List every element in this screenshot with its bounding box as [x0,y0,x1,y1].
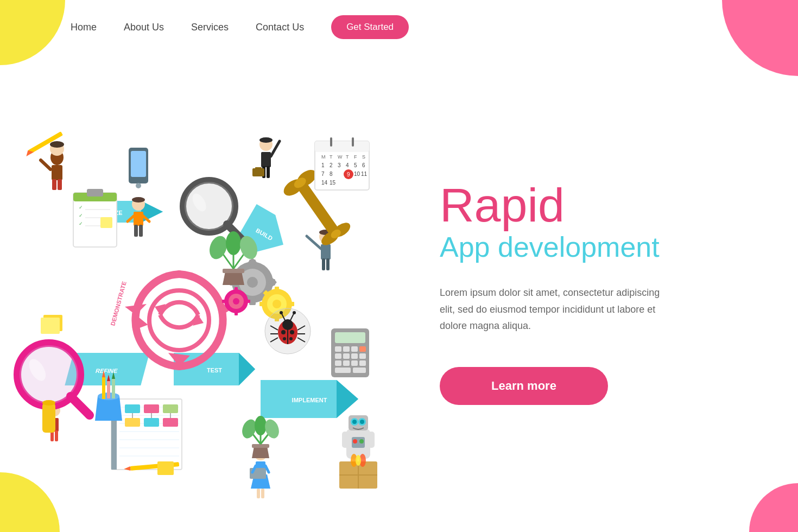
svg-rect-45 [255,167,262,170]
svg-rect-131 [343,353,350,359]
nav-services[interactable]: Services [191,22,229,33]
nav-about[interactable]: About Us [124,22,164,33]
svg-rect-202 [163,404,178,413]
svg-text:T: T [330,154,333,160]
svg-rect-50 [326,258,330,270]
svg-line-71 [71,396,90,415]
svg-rect-134 [335,360,341,366]
svg-text:✓: ✓ [79,213,83,218]
svg-rect-25 [58,179,62,190]
svg-text:8: 8 [330,171,333,177]
svg-text:✓: ✓ [79,205,83,210]
svg-rect-173 [100,217,112,228]
svg-rect-177 [223,269,244,273]
svg-point-113 [289,337,293,340]
navigation: Home About Us Services Contact Us Get St… [0,0,798,54]
svg-rect-87 [275,287,279,293]
svg-rect-89 [259,302,266,306]
svg-point-110 [281,330,286,334]
svg-rect-126 [335,346,341,352]
svg-rect-33 [134,212,143,226]
svg-rect-138 [335,368,351,373]
svg-text:1: 1 [321,162,325,168]
svg-rect-166 [87,189,103,197]
svg-rect-97 [222,300,227,303]
svg-point-176 [136,183,141,188]
svg-rect-203 [125,418,140,427]
svg-text:F: F [354,154,357,160]
svg-point-94 [233,298,239,305]
svg-point-226 [360,420,364,424]
svg-text:TEST: TEST [207,367,222,373]
svg-rect-214 [107,381,110,398]
svg-point-225 [352,420,357,424]
svg-rect-132 [351,353,358,359]
svg-rect-201 [144,404,159,413]
svg-text:DEMONSTRATE: DEMONSTRATE [109,281,127,326]
nav-contact[interactable]: Contact Us [256,22,304,33]
svg-rect-125 [335,332,365,343]
hero-title-main: Rapid [440,181,755,229]
learn-more-button[interactable]: Learn more [440,367,608,405]
svg-rect-184 [252,444,269,448]
svg-point-111 [290,330,294,334]
svg-point-116 [280,311,283,314]
svg-rect-128 [351,346,358,352]
svg-rect-139 [353,368,366,373]
svg-rect-64 [55,430,58,441]
svg-rect-135 [343,360,350,366]
svg-rect-127 [343,346,350,352]
get-started-button[interactable]: Get Started [331,15,409,39]
svg-text:15: 15 [330,180,336,186]
svg-point-74 [42,400,55,406]
svg-rect-200 [125,404,140,413]
svg-rect-55 [257,489,260,498]
svg-marker-7 [239,353,255,385]
svg-rect-133 [359,353,366,359]
hero-text-area: Rapid App development Lorem ipsum dolor … [407,54,798,532]
svg-rect-129 [359,346,366,352]
svg-text:IMPLEMENT: IMPLEMENT [292,397,327,403]
svg-text:9: 9 [347,172,350,178]
svg-rect-35 [139,225,143,237]
svg-rect-141 [315,141,369,152]
svg-text:S: S [362,154,365,160]
svg-text:M: M [321,154,326,160]
nav-home[interactable]: Home [71,22,97,33]
svg-point-77 [247,277,258,288]
svg-point-117 [293,311,296,314]
svg-rect-234 [368,432,375,448]
svg-text:10: 10 [354,171,360,177]
svg-point-182 [226,231,241,255]
svg-rect-40 [261,152,271,167]
svg-rect-216 [112,379,115,398]
svg-point-229 [359,439,364,444]
svg-rect-95 [235,287,238,293]
svg-rect-42 [267,166,270,178]
svg-rect-212 [102,377,105,399]
svg-line-51 [307,236,321,249]
svg-rect-56 [261,489,264,498]
svg-rect-73 [42,403,55,433]
svg-point-228 [353,439,357,444]
svg-rect-23 [52,165,62,180]
hero-description: Lorem ipsum dolor sit amet, consectetur … [440,284,668,334]
svg-point-86 [273,300,281,308]
svg-marker-10 [337,380,358,418]
svg-text:3: 3 [338,162,341,168]
svg-point-189 [255,416,267,435]
svg-text:5: 5 [354,162,357,168]
svg-rect-96 [235,310,238,315]
svg-text:11: 11 [361,171,368,177]
svg-point-32 [132,197,145,202]
svg-rect-130 [335,353,341,359]
svg-rect-24 [52,179,56,190]
svg-text:4: 4 [346,162,349,168]
svg-rect-236 [41,318,60,334]
svg-text:W: W [338,154,343,160]
svg-point-39 [259,137,273,143]
svg-rect-204 [144,418,159,427]
svg-rect-136 [351,360,358,366]
svg-text:6: 6 [362,162,365,168]
nav-links: Home About Us Services Contact Us Get St… [71,15,409,39]
